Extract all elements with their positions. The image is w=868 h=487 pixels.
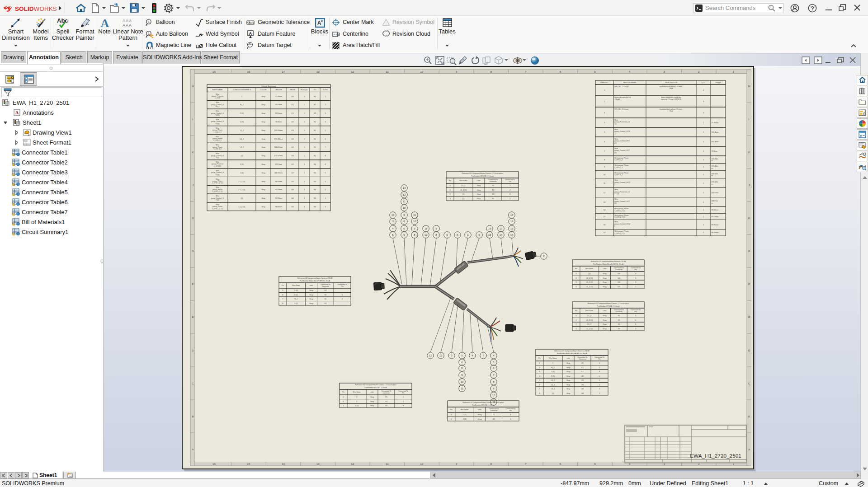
svg-text:L2_2: L2_2 — [240, 138, 245, 140]
svg-text:3: 3 — [663, 70, 665, 73]
svg-text:13: 13 — [439, 354, 443, 357]
svg-text:L3_2 (1): L3_2 (1) — [586, 277, 593, 279]
svg-text:group_Control_G: group_Control_G — [211, 172, 224, 173]
svg-text:12: 12 — [429, 354, 432, 357]
svg-text:A1: A1 — [249, 42, 251, 45]
svg-text:Gray: Gray — [261, 163, 265, 165]
svg-text:X1: X1 — [314, 121, 316, 123]
svg-text:2 (1): 2 (1) — [294, 302, 298, 304]
svg-text:10: 10 — [403, 206, 406, 209]
svg-text:Pin: Pin — [598, 358, 600, 360]
svg-text:0.3: 0.3 — [250, 22, 254, 24]
svg-text:2_GYL2_2 (1): 2_GYL2_2 (1) — [614, 233, 626, 234]
svg-text:U4: U4 — [618, 277, 620, 279]
svg-text:Connector: Connector — [615, 311, 623, 313]
svg-text:PartNumber:Molex MicroFit BPOS: PartNumber:Molex MicroFit BPOS - RevA — [557, 353, 587, 355]
svg-text:C: C — [748, 382, 750, 385]
svg-text:6: 6 — [560, 70, 561, 73]
svg-text:X2: X2 — [581, 370, 584, 373]
svg-text:3_GYL3_2 (1): 3_GYL3_2 (1) — [614, 216, 626, 218]
svg-text:Reference:U2 ComponentName:Ha: Reference:U2 ComponentName:Harness-7/8-4… — [297, 277, 333, 279]
svg-text:EWA_H1_2720_2501: EWA_H1_2720_2501 — [690, 453, 741, 459]
svg-text:PartNumber:SPLICE - 1 Circuit: PartNumber:SPLICE - 1 Circuit — [472, 404, 495, 406]
svg-text:Gray: Gray — [370, 396, 374, 398]
svg-text:2 (2): 2 (2) — [240, 112, 244, 114]
svg-text:J: J — [748, 183, 750, 187]
svg-text:color: color — [477, 180, 481, 182]
svg-text:3_GYL3_2 (1): 3_GYL3_2 (1) — [212, 191, 222, 192]
svg-text:X2: X2 — [314, 172, 316, 174]
svg-text:9: 9 — [456, 462, 458, 465]
svg-text:77.46mm: 77.46mm — [712, 122, 719, 124]
svg-text:X3: X3 — [618, 328, 620, 330]
svg-text:1_GYL1_2 (1): 1_GYL1_2 (1) — [614, 210, 626, 212]
svg-text:X3: X3 — [618, 319, 620, 321]
svg-text:9: 9 — [456, 70, 458, 73]
svg-text:TITLE:: TITLE: — [649, 426, 653, 428]
svg-text:X2: X2 — [314, 112, 316, 114]
svg-text:Connector: Connector — [490, 410, 498, 412]
svg-text:Pin: Pin — [635, 311, 637, 313]
svg-text:Male connector 8 pole pin: Male connector 8 pole pin — [661, 97, 681, 98]
svg-text:(2): (2) — [588, 272, 591, 275]
svg-text:1: 1 — [385, 22, 387, 25]
svg-text:99.95mm: 99.95mm — [275, 197, 283, 199]
svg-text:12: 12 — [403, 193, 406, 196]
svg-text:15: 15 — [510, 227, 514, 230]
svg-text:Wire: Wire — [216, 102, 219, 103]
svg-text:Gray: Gray — [370, 404, 374, 407]
svg-text:E: E — [192, 315, 193, 318]
svg-text:Gray: Gray — [309, 289, 313, 291]
svg-text:172.47m: 172.47m — [712, 181, 718, 183]
svg-text:AAA: AAA — [123, 23, 132, 28]
svg-text:(1): (1) — [552, 392, 555, 394]
svg-text:PartNumber:SPLICE - 2 Circuit: PartNumber:SPLICE - 2 Circuit — [471, 175, 494, 177]
svg-text:2_GYL2_2: 2_GYL2_2 — [614, 167, 623, 169]
svg-text:n_GY2(1): n_GY2(1) — [214, 165, 221, 167]
svg-text:1: 1 — [733, 70, 735, 73]
svg-text:X3: X3 — [314, 206, 316, 208]
svg-text:Reference:U1 ComponentName:Ha: Reference:U1 ComponentName:Harness-7/8-4… — [554, 350, 590, 352]
svg-text:LENGTH: LENGTH — [275, 89, 282, 91]
svg-text:93.53mm: 93.53mm — [275, 188, 283, 191]
svg-text:Length: Length — [715, 81, 721, 84]
svg-text:L1_2 (1): L1_2 (1) — [586, 319, 593, 321]
svg-text:11: 11 — [403, 200, 406, 203]
svg-text:PartNumber:SPLICE - 1 Circuit: PartNumber:SPLICE - 1 Circuit — [364, 387, 387, 389]
svg-text:U4: U4 — [291, 188, 294, 191]
svg-text:L2_2 (1): L2_2 (1) — [239, 206, 246, 208]
svg-text:12: 12 — [351, 70, 354, 73]
svg-text:group_Control_GY2: group_Control_GY2 — [614, 150, 630, 151]
svg-text:L3_2: L3_2 — [462, 184, 466, 187]
svg-text:118.95mm: 118.95mm — [274, 172, 283, 174]
svg-text:Gray: Gray — [261, 95, 265, 98]
svg-text:Reference:U3 ComponentName:Ha: Reference:U3 ComponentName:Harness-7/8-4… — [591, 261, 626, 262]
svg-text:Wire Name: Wire Name — [549, 357, 557, 359]
svg-text:2 (2): 2 (2) — [551, 370, 555, 373]
svg-text:(2): (2) — [614, 142, 617, 144]
svg-text:L1_2: L1_2 — [240, 129, 245, 131]
svg-text:U3: U3 — [618, 281, 620, 283]
svg-text:group_Control_G: group_Control_G — [211, 112, 224, 114]
svg-text:Wire group_Phase: Wire group_Phase — [614, 157, 628, 159]
svg-text:Wire Name: Wire Name — [585, 310, 594, 312]
svg-text:166.05mm: 166.05mm — [274, 146, 283, 148]
svg-text:2 (3): 2 (3) — [551, 375, 555, 377]
svg-text:PART NUMBER: PART NUMBER — [623, 81, 637, 84]
svg-text:Gray: Gray — [309, 302, 313, 304]
svg-text:Wire group_Phase: Wire group_Phase — [614, 164, 628, 166]
svg-text:Wire: Wire — [614, 189, 618, 191]
svg-text:X1: X1 — [314, 138, 316, 140]
svg-text:Circuit Summary: Circuit Summary — [261, 85, 276, 87]
svg-text:15: 15 — [488, 234, 491, 236]
svg-text:10: 10 — [425, 234, 428, 236]
svg-text:Gray: Gray — [566, 384, 571, 386]
svg-text:7: 7 — [525, 462, 527, 465]
svg-text:Pin: Pin — [450, 409, 453, 411]
svg-text:13: 13 — [403, 187, 406, 189]
svg-text:U3: U3 — [291, 206, 294, 208]
svg-text:L1_2: L1_2 — [551, 379, 556, 381]
svg-text:(1): (1) — [462, 193, 465, 195]
svg-text:Gray: Gray — [603, 286, 607, 288]
svg-text:Gray: Gray — [566, 370, 571, 373]
